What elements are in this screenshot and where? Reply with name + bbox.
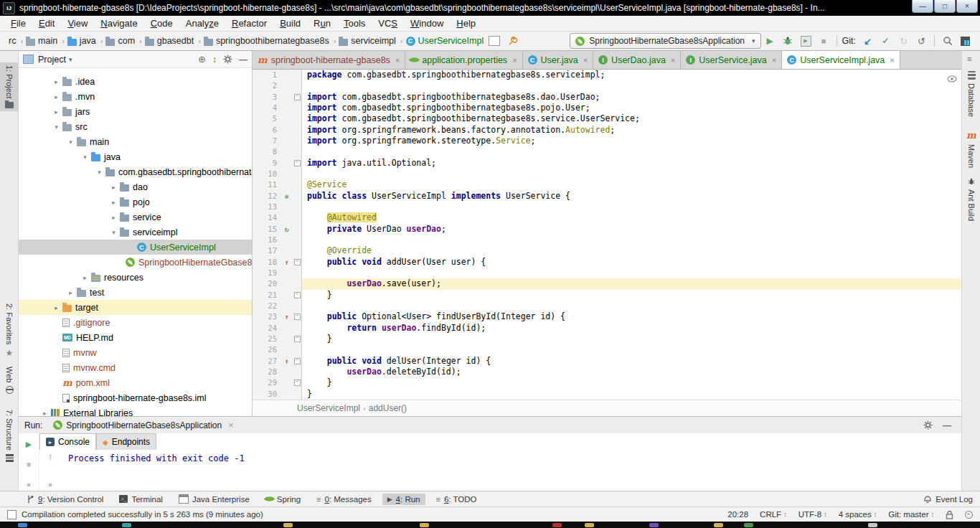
toolwindow-button-0-messages[interactable]: ≡0: Messages bbox=[311, 494, 377, 505]
toolwindow-button-spring[interactable]: Spring bbox=[260, 494, 306, 505]
stop-button[interactable]: ■ bbox=[816, 33, 832, 49]
code-line-7[interactable]: 7import org.springframework.stereotype.S… bbox=[253, 136, 961, 146]
code-line-30[interactable]: 30} bbox=[253, 389, 961, 400]
fold-box-icon[interactable]: − bbox=[294, 259, 301, 265]
taskbar-app[interactable] bbox=[649, 523, 659, 527]
stripe-button-1-project[interactable]: 1: Project bbox=[0, 62, 19, 111]
tree-arrow-icon[interactable]: ▾ bbox=[108, 229, 120, 236]
fold-icon[interactable]: − bbox=[293, 377, 302, 388]
code-line-18[interactable]: 18↑− public void addUser(User user) { bbox=[253, 257, 961, 268]
inspections-eye-icon[interactable] bbox=[947, 75, 957, 82]
toolwindow-switcher-icon[interactable] bbox=[7, 510, 17, 519]
tree-item-SpringbootHibernateGbase8sApplication[interactable]: SpringbootHibernateGbase8sApplication bbox=[19, 255, 252, 270]
hide-panel-button[interactable]: — bbox=[239, 55, 248, 65]
toolwindow-button-9-version-control[interactable]: 9: Version Control bbox=[22, 494, 108, 505]
code-line-12[interactable]: 12❀public class UserServiceImpl implemen… bbox=[253, 191, 961, 202]
up-stack-trace-button[interactable]: ↑ bbox=[48, 452, 52, 462]
tree-arrow-icon[interactable]: ▸ bbox=[108, 199, 120, 206]
fold-icon[interactable]: − bbox=[293, 158, 302, 169]
code-line-17[interactable]: 17 @Override bbox=[253, 245, 961, 256]
tree-item-main[interactable]: ▾main bbox=[19, 134, 252, 149]
tree-arrow-icon[interactable]: ▾ bbox=[93, 169, 105, 176]
rerun-button[interactable]: ▶ bbox=[26, 440, 32, 449]
editor-tab-UserService.java[interactable]: IUserService.java× bbox=[681, 51, 782, 69]
code-line-20[interactable]: 20 userDao.save(user); bbox=[253, 278, 961, 289]
tree-item-pom.xml[interactable]: mpom.xml bbox=[19, 375, 252, 390]
run-tab-console[interactable]: ▸Console bbox=[39, 433, 96, 450]
close-tab-icon[interactable]: × bbox=[512, 56, 517, 65]
code-line-16[interactable]: 16 bbox=[253, 235, 961, 245]
tree-arrow-icon[interactable]: ▸ bbox=[65, 289, 77, 296]
run-tab-endpoints[interactable]: ◆Endpoints bbox=[96, 433, 156, 450]
breadcrumb-item[interactable]: java bbox=[67, 36, 96, 46]
tree-item-jars[interactable]: ▸jars bbox=[19, 104, 252, 119]
editor-tab-application.properties[interactable]: application.properties× bbox=[405, 51, 522, 69]
tree-item-serviceimpl[interactable]: ▾serviceimpl bbox=[19, 225, 252, 240]
coverage-button[interactable]: ▶ bbox=[798, 33, 814, 49]
code-line-21[interactable]: 21− } bbox=[253, 290, 961, 301]
breadcrumb-item[interactable]: com bbox=[105, 36, 135, 46]
taskbar-app[interactable] bbox=[18, 523, 27, 527]
fold-box-icon[interactable]: − bbox=[294, 380, 301, 386]
stripe-button-7-structure[interactable]: 7: Structure bbox=[0, 407, 19, 465]
menu-tools[interactable]: Tools bbox=[337, 18, 372, 29]
code-line-14[interactable]: 14 @Autowired bbox=[253, 212, 961, 223]
fold-box-icon[interactable]: − bbox=[294, 358, 301, 364]
menu-code[interactable]: Code bbox=[144, 18, 179, 29]
tree-item-UserServiceImpl[interactable]: CUserServiceImpl bbox=[19, 240, 252, 255]
code-line-24[interactable]: 24 return userDao.findById(id); bbox=[253, 323, 961, 334]
project-panel-title[interactable]: Project bbox=[38, 55, 66, 65]
breadcrumb-item[interactable]: springboothibernategbase8s bbox=[204, 36, 329, 46]
tree-arrow-icon[interactable]: ▸ bbox=[50, 93, 62, 100]
status-crlf[interactable]: CRLF↕ bbox=[760, 510, 787, 519]
git-commit-button[interactable]: ✓ bbox=[877, 33, 894, 49]
tree-item-mvnw[interactable]: mvnw bbox=[19, 345, 252, 360]
code-line-8[interactable]: 8 bbox=[253, 146, 961, 157]
tree-arrow-icon[interactable]: ▾ bbox=[65, 138, 77, 146]
event-log-button[interactable]: Event Log bbox=[923, 494, 973, 504]
status-utf-8[interactable]: UTF-8↕ bbox=[798, 510, 827, 519]
tree-arrow-icon[interactable]: ▾ bbox=[79, 154, 91, 161]
stripe-button-database[interactable]: Database bbox=[962, 68, 980, 120]
stripe-button-maven[interactable]: mMaven bbox=[962, 127, 980, 171]
close-tab-icon[interactable]: × bbox=[671, 56, 675, 65]
fold-icon[interactable]: − bbox=[293, 356, 302, 367]
tree-item-service[interactable]: ▸service bbox=[19, 209, 252, 225]
menu-edit[interactable]: Edit bbox=[32, 18, 61, 29]
code-line-13[interactable]: 13 bbox=[253, 202, 961, 212]
menu-file[interactable]: File bbox=[4, 18, 32, 29]
code-line-11[interactable]: 11@Service bbox=[253, 179, 961, 190]
stripe-button-2-favorites[interactable]: 2: Favorites★ bbox=[0, 301, 19, 361]
tree-item-pojo[interactable]: ▸pojo bbox=[19, 194, 252, 209]
tree-item-src[interactable]: ▾src bbox=[19, 119, 252, 134]
menu-help[interactable]: Help bbox=[450, 18, 482, 29]
toolwindow-button-4-run[interactable]: ▶4: Run bbox=[382, 494, 425, 505]
run-configuration-select[interactable]: SpringbootHibernateGbase8sApplication ▾ bbox=[570, 33, 760, 49]
fold-box-icon[interactable]: − bbox=[294, 336, 301, 342]
code-line-6[interactable]: 6import org.springframework.beans.factor… bbox=[253, 125, 961, 136]
close-icon[interactable]: × bbox=[228, 420, 233, 430]
breadcrumb-item[interactable]: serviceimpl bbox=[339, 36, 396, 46]
breadcrumb-class[interactable]: UserServiceImpl bbox=[297, 403, 360, 413]
stop-button[interactable]: ■ bbox=[27, 460, 32, 468]
maximize-button[interactable]: □ bbox=[934, 0, 956, 13]
tree-item-.gitignore[interactable]: .gitignore bbox=[19, 315, 252, 330]
toolwindow-button-6-todo[interactable]: ≡6: TODO bbox=[431, 494, 482, 505]
tree-arrow-icon[interactable]: ▸ bbox=[108, 184, 120, 191]
fold-box-icon[interactable]: − bbox=[294, 292, 301, 298]
tree-item-test[interactable]: ▸test bbox=[19, 285, 252, 300]
hector-inspections-icon[interactable] bbox=[965, 511, 973, 519]
build-wrench-button[interactable] bbox=[504, 33, 520, 49]
locate-file-button[interactable]: ⊕ bbox=[198, 54, 206, 65]
tree-item-mvnw.cmd[interactable]: mvnw.cmd bbox=[19, 360, 252, 375]
code-line-9[interactable]: 9−import java.util.Optional; bbox=[253, 158, 961, 169]
tree-item-resources[interactable]: ▸resources bbox=[19, 270, 252, 285]
code-line-5[interactable]: 5import com.gbasedbt.springboothibernate… bbox=[253, 113, 961, 124]
tab-list-icon[interactable]: ≡ bbox=[967, 55, 971, 63]
taskbar-app[interactable] bbox=[744, 523, 753, 527]
menu-analyze[interactable]: Analyze bbox=[179, 18, 225, 29]
breadcrumb-item[interactable]: gbasedbt bbox=[145, 36, 194, 46]
code-line-15[interactable]: 15↻ private UserDao userDao; bbox=[253, 224, 961, 235]
tree-item-dao[interactable]: ▸dao bbox=[19, 179, 252, 194]
code-line-22[interactable]: 22 bbox=[253, 301, 961, 311]
